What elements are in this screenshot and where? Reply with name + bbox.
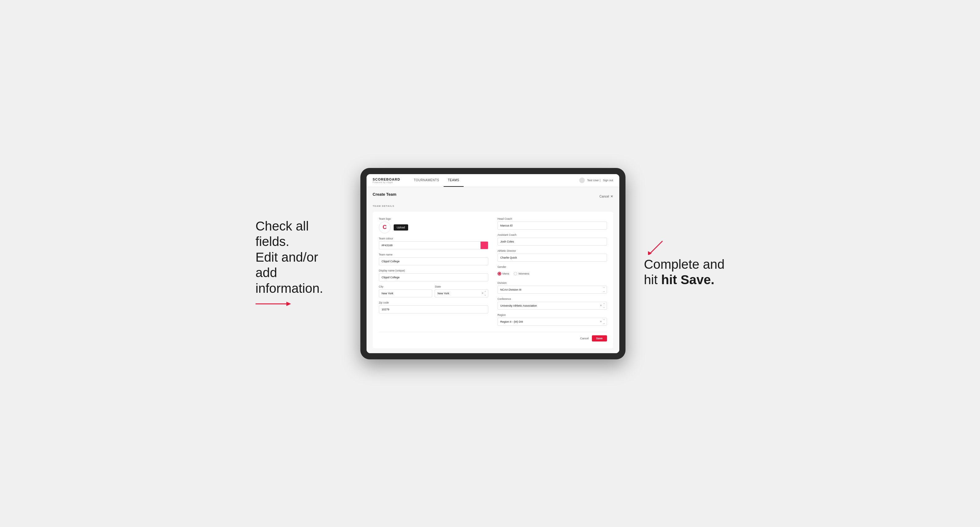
left-arrow-icon [256,299,293,308]
svg-marker-1 [286,302,291,306]
user-name: Test User | [587,179,600,182]
logo-area: C Upload [379,222,488,233]
mens-label: Mens [503,272,509,275]
tab-tournaments[interactable]: TOURNAMENTS [409,174,444,187]
region-label: Region [498,313,607,316]
zip-code-group: Zip code [379,301,488,313]
color-input-wrap [379,241,488,249]
athletic-director-label: Athletic Director [498,249,607,252]
tablet-device: SCOREBOARD Powered by clippd TOURNAMENTS… [360,168,625,359]
team-name-label: Team name [379,253,488,256]
display-name-label: Display name (unique) [379,269,488,272]
womens-radio-dot [514,272,517,276]
logo-title: SCOREBOARD [373,178,400,181]
section-label: TEAM DETAILS [373,205,613,207]
head-coach-input[interactable] [498,222,607,230]
state-select[interactable]: New York [435,289,488,297]
close-icon: ✕ [610,194,613,198]
footer-save-button[interactable]: Save [592,335,607,341]
state-sub-group: State New York ✕ ⌃⌄ [435,285,488,297]
left-annotation: Check all fields. Edit and/or add inform… [256,219,342,308]
city-state-row: City State New York [379,285,488,297]
tab-teams[interactable]: TEAMS [444,174,464,187]
conference-label: Conference [498,297,607,300]
user-avatar [579,178,585,183]
region-group: Region ✕ ⌃⌄ [498,313,607,326]
zip-input[interactable] [379,305,488,313]
team-colour-group: Team colour [379,237,488,249]
division-select-wrap: NCAA Division III NCAA Division II NCAA … [498,286,607,294]
city-label: City [379,285,433,288]
logo-sub: Powered by clippd [373,181,400,183]
logo-circle: C [379,222,391,233]
page-content: Create Team Cancel ✕ TEAM DETAILS [366,187,619,353]
team-colour-label: Team colour [379,237,488,240]
conference-group: Conference ✕ ⌃⌄ [498,297,607,310]
team-logo-label: Team logo [379,217,488,221]
division-group: Division NCAA Division III NCAA Division… [498,281,607,294]
conference-input[interactable] [498,302,607,310]
form-left-column: Team logo C Upload Team colo [379,217,488,329]
right-arrow-icon [644,240,669,255]
gender-mens-option[interactable]: Mens [498,272,509,276]
assistant-coach-group: Assistant Coach [498,233,607,246]
athletic-director-group: Athletic Director [498,249,607,262]
page-title: Create Team [373,192,396,197]
athletic-director-input[interactable] [498,254,607,262]
gender-radio-group: Mens Womens [498,270,607,278]
svg-line-2 [650,241,662,253]
nav-user-area: Test User | Sign out [579,178,613,183]
team-name-group: Team name [379,253,488,265]
conference-select-wrap: ✕ ⌃⌄ [498,302,607,310]
gender-womens-option[interactable]: Womens [514,272,529,276]
form-right-column: Head Coach Assistant Coach Athletic Dire… [498,217,607,329]
city-state-group: City State New York [379,285,488,297]
team-logo-group: Team logo C Upload [379,217,488,233]
state-select-wrap: New York ✕ ⌃⌄ [435,289,488,297]
team-name-input[interactable] [379,257,488,265]
state-label: State [435,285,488,288]
gender-group: Gender Mens Womens [498,265,607,278]
division-select[interactable]: NCAA Division III NCAA Division II NCAA … [498,286,607,294]
womens-label: Womens [519,272,529,275]
sign-out-link[interactable]: Sign out [603,179,613,182]
region-select-wrap: ✕ ⌃⌄ [498,318,607,326]
nav-tabs: TOURNAMENTS TEAMS [409,174,579,187]
assistant-coach-label: Assistant Coach [498,233,607,237]
head-coach-label: Head Coach [498,217,607,221]
form-panel: Team logo C Upload Team colo [373,212,613,348]
app-logo: SCOREBOARD Powered by clippd [373,178,400,183]
footer-cancel-button[interactable]: Cancel [580,337,589,340]
zip-label: Zip code [379,301,488,304]
page-header-bar: Create Team Cancel ✕ [373,192,613,201]
form-grid: Team logo C Upload Team colo [379,217,607,329]
tablet-screen: SCOREBOARD Powered by clippd TOURNAMENTS… [366,174,619,353]
city-input[interactable] [379,289,433,297]
team-colour-input[interactable] [379,241,480,249]
mens-radio-dot [498,272,501,276]
region-input[interactable] [498,318,607,326]
gender-label: Gender [498,265,607,268]
city-sub-group: City [379,285,433,297]
head-coach-group: Head Coach [498,217,607,230]
display-name-input[interactable] [379,273,488,281]
nav-bar: SCOREBOARD Powered by clippd TOURNAMENTS… [366,174,619,187]
assistant-coach-input[interactable] [498,238,607,246]
upload-button[interactable]: Upload [394,224,408,230]
color-swatch[interactable] [480,241,488,249]
division-label: Division [498,281,607,284]
form-footer: Cancel Save [379,332,607,343]
right-annotation: Complete and hit hit Save. [644,240,725,288]
header-cancel-button[interactable]: Cancel ✕ [600,194,613,198]
display-name-group: Display name (unique) [379,269,488,281]
